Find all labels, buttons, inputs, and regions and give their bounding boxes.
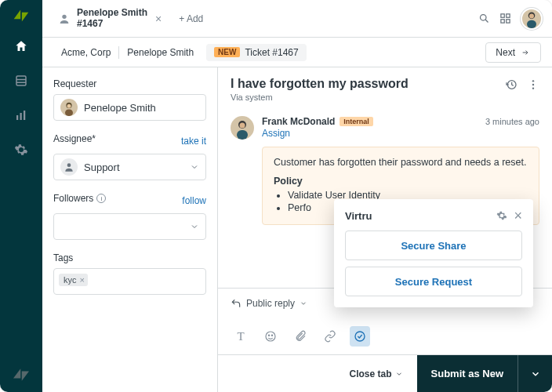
search-icon[interactable] (478, 13, 490, 24)
svg-rect-12 (507, 20, 510, 23)
svg-point-29 (268, 335, 269, 336)
new-badge: NEW (214, 47, 240, 57)
svg-point-18 (67, 104, 71, 108)
tag-remove-icon[interactable]: × (80, 275, 85, 285)
tab-title-line2: #1467 (77, 19, 147, 29)
submit-button-group: Submit as New (417, 355, 552, 393)
svg-point-7 (481, 15, 487, 21)
nav-rail (0, 0, 42, 392)
svg-point-28 (266, 332, 275, 341)
zendesk-mark (13, 368, 29, 381)
svg-point-30 (271, 335, 272, 336)
followers-label: Followers i (53, 193, 106, 204)
take-it-link[interactable]: take it (181, 136, 206, 147)
support-avatar-icon (60, 158, 78, 176)
footer: Close tab Submit as New (218, 354, 552, 392)
submit-menu-toggle[interactable] (518, 355, 552, 393)
close-tab-button[interactable]: Close tab (350, 368, 403, 379)
apps-icon[interactable] (499, 13, 511, 24)
tags-field[interactable]: kyc × (53, 268, 206, 295)
requester-avatar (60, 99, 78, 116)
nav-admin[interactable] (0, 133, 42, 166)
svg-rect-9 (501, 14, 504, 17)
breadcrumb-user[interactable]: Penelope Smith (119, 44, 202, 61)
text-format-icon[interactable]: T (231, 326, 251, 347)
svg-point-23 (532, 84, 534, 85)
breadcrumb-ticket[interactable]: NEW Ticket #1467 (206, 44, 307, 61)
svg-rect-0 (16, 76, 26, 85)
tab-title-line1: Penelope Smith (77, 8, 147, 18)
close-icon[interactable]: × (514, 209, 522, 223)
svg-point-14 (529, 13, 534, 18)
svg-point-22 (532, 80, 534, 82)
tag-chip[interactable]: kyc × (59, 274, 88, 286)
svg-rect-15 (527, 20, 536, 27)
more-icon[interactable] (527, 78, 539, 91)
info-icon[interactable]: i (96, 194, 106, 203)
next-button[interactable]: Next (485, 42, 541, 63)
svg-rect-3 (16, 115, 18, 120)
message-time: 3 minutes ago (485, 117, 539, 126)
svg-point-24 (532, 87, 534, 89)
ticket-subject: I have forgotten my password (231, 77, 499, 91)
requester-value: Penelope Smith (84, 102, 156, 114)
author-name: Frank McDonald (262, 116, 335, 127)
gear-icon[interactable] (496, 210, 507, 221)
policy-label: Policy (274, 176, 303, 187)
history-icon[interactable] (505, 78, 518, 91)
svg-point-26 (240, 123, 245, 129)
followers-field[interactable] (53, 213, 206, 240)
assign-link[interactable]: Assign (262, 128, 539, 139)
attachment-icon[interactable] (290, 326, 310, 347)
zendesk-logo (10, 5, 32, 27)
chevron-down-icon (190, 222, 199, 231)
follow-link[interactable]: follow (182, 195, 206, 206)
secure-request-button[interactable]: Secure Request (345, 267, 522, 296)
svg-rect-19 (65, 109, 73, 116)
profile-avatar[interactable] (521, 8, 543, 30)
ticket-tab[interactable]: Penelope Smith #1467 × (52, 5, 169, 32)
submit-button[interactable]: Submit as New (417, 355, 518, 393)
breadcrumb-org[interactable]: Acme, Corp (53, 44, 118, 61)
svg-rect-10 (507, 14, 510, 17)
secure-share-button[interactable]: Secure Share (345, 230, 522, 260)
svg-rect-11 (501, 20, 504, 23)
add-tab-button[interactable]: + Add (172, 10, 209, 27)
svg-line-8 (485, 20, 488, 22)
nav-views[interactable] (0, 64, 42, 97)
assignee-value: Support (84, 162, 120, 173)
popover-title: Virtru (345, 210, 372, 222)
author-avatar (231, 116, 254, 140)
user-icon (58, 13, 71, 25)
svg-rect-4 (20, 113, 22, 120)
tab-close-icon[interactable]: × (154, 11, 163, 27)
link-icon[interactable] (320, 326, 340, 347)
nav-reporting[interactable] (0, 99, 42, 132)
assignee-field[interactable]: Support (53, 154, 206, 180)
requester-label: Requester (53, 78, 206, 89)
assignee-label: Assignee* (53, 133, 96, 144)
tags-label: Tags (53, 252, 206, 263)
internal-badge: Internal (340, 117, 373, 126)
breadcrumb-bar: Acme, Corp Penelope Smith NEW Ticket #14… (42, 38, 552, 67)
tabstrip: Penelope Smith #1467 × + Add (42, 0, 552, 38)
chevron-down-icon (190, 162, 199, 172)
via-label: Via system (231, 93, 499, 102)
requester-field[interactable]: Penelope Smith (53, 94, 206, 121)
emoji-icon[interactable] (260, 326, 281, 347)
ticket-sidebar: Requester Penelope Smith Assignee* take … (42, 67, 218, 392)
virtru-popover: Virtru × Secure Share Secure Request (334, 199, 533, 307)
note-body: Customer has forgotten their password an… (274, 157, 528, 168)
svg-point-6 (62, 14, 66, 18)
virtru-icon[interactable] (350, 326, 370, 347)
nav-home[interactable] (0, 30, 42, 63)
svg-rect-27 (237, 130, 248, 140)
svg-point-31 (355, 332, 365, 341)
svg-rect-5 (24, 111, 25, 120)
svg-point-20 (67, 163, 71, 167)
